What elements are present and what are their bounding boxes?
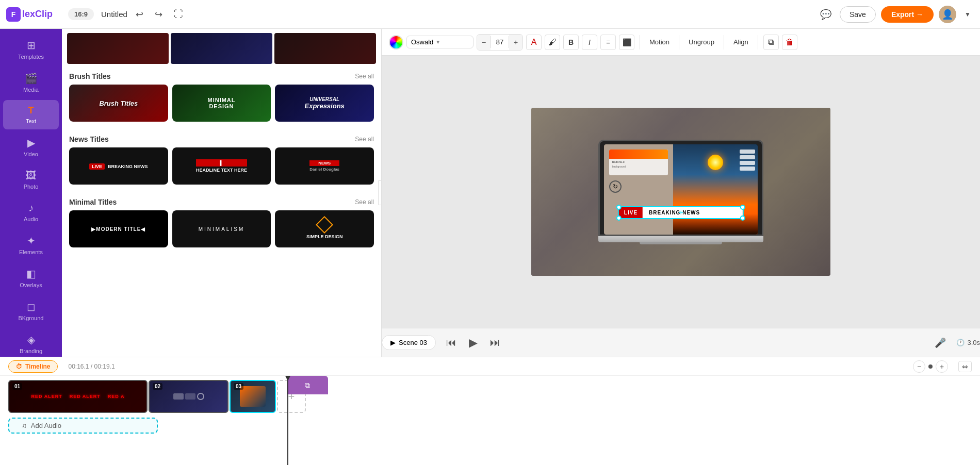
mic-button[interactable]: 🎤: [933, 335, 948, 351]
sidebar-item-audio[interactable]: ♪ Audio: [3, 197, 59, 227]
laptop-screen: ballons.c background ↻: [598, 140, 763, 236]
video-icon: ▶: [27, 137, 35, 149]
sidebar-item-overlays[interactable]: ◧ Overlays: [3, 262, 59, 293]
layers-button[interactable]: ⧉: [763, 35, 779, 50]
timeline-tab[interactable]: ⏱ Timeline: [8, 360, 58, 373]
app-logo: F lexClip: [6, 7, 63, 22]
clip-01[interactable]: 01 RED ALERT RED ALERT RED A: [8, 380, 148, 413]
aspect-ratio-badge[interactable]: 16:9: [68, 8, 94, 20]
elements-icon: ✦: [27, 235, 36, 247]
sidebar-label-text: Text: [26, 118, 36, 124]
line-height-button[interactable]: ≡: [600, 35, 616, 50]
font-select[interactable]: Oswald ▼: [406, 36, 473, 48]
ungroup-label[interactable]: Ungroup: [684, 36, 718, 48]
clip-02[interactable]: 02: [149, 380, 228, 413]
logo-icon: F: [6, 7, 21, 22]
template-minimal-3[interactable]: SIMPLE DESIGN: [275, 210, 374, 247]
template-news-2[interactable]: ▌ HEADLINE TEXT HERE: [172, 147, 271, 185]
text-bg-button[interactable]: ⬛: [619, 35, 634, 50]
clip-floating-panel[interactable]: ⧉: [287, 376, 328, 394]
template-news-3[interactable]: NEWS Daniel Douglas: [275, 147, 374, 185]
text-icon: T: [28, 105, 34, 116]
sidebar-item-branding[interactable]: ◈ Branding: [3, 328, 59, 357]
handle-tl[interactable]: [616, 205, 622, 210]
text-color-button[interactable]: A: [526, 35, 542, 50]
panel-thumb-1: [67, 33, 169, 64]
zoom-in-button[interactable]: +: [936, 360, 948, 373]
brush-titles-header: Brush Titles See all: [62, 66, 381, 85]
scene-selector[interactable]: ▶ Scene 03: [382, 335, 436, 350]
project-title[interactable]: Untitled: [101, 10, 127, 19]
skip-forward-button[interactable]: ⏭: [488, 335, 502, 351]
timeline-expand-button[interactable]: ⇔: [958, 361, 972, 372]
panel-collapse-button[interactable]: ‹: [378, 180, 382, 205]
breaking-news-live-text: LIVE: [619, 207, 643, 218]
template-brush-2[interactable]: MINIMALDESIGN: [172, 85, 271, 122]
align-label[interactable]: Align: [729, 36, 753, 48]
font-size-increase-button[interactable]: +: [509, 35, 522, 50]
toolbar-divider-2: [679, 35, 679, 49]
bold-button[interactable]: B: [563, 35, 579, 50]
audio-icon: ♪: [28, 202, 34, 214]
account-dropdown-button[interactable]: ▼: [961, 8, 974, 21]
export-button[interactable]: Export →: [881, 6, 934, 23]
template-news-2-text: ▌ HEADLINE TEXT HERE: [194, 157, 249, 175]
sidebar-item-elements[interactable]: ✦ Elements: [3, 229, 59, 260]
add-audio-button[interactable]: ♫ Add Audio: [8, 418, 158, 434]
italic-button[interactable]: I: [582, 35, 597, 50]
template-news-1[interactable]: LIVE BREAKING NEWS: [69, 147, 168, 185]
breaking-news-headline-text: BREAKING NEWS: [643, 207, 743, 218]
clip-03[interactable]: 03: [230, 380, 276, 413]
highlight-color-button[interactable]: 🖌: [545, 35, 560, 50]
sidebar-label-templates: Templates: [18, 54, 44, 60]
sidebar-item-video[interactable]: ▶ Video: [3, 131, 59, 162]
color-wheel[interactable]: [389, 35, 403, 49]
motion-label[interactable]: Motion: [645, 36, 674, 48]
fullscreen-button[interactable]: ⛶: [171, 6, 186, 23]
sidebar-item-templates[interactable]: ⊞ Templates: [3, 34, 59, 65]
template-brush-2-text: MINIMALDESIGN: [205, 95, 237, 111]
template-minimal-3-text: SIMPLE DESIGN: [304, 217, 345, 241]
chat-button[interactable]: 💬: [817, 6, 835, 23]
brush-titles-see-all[interactable]: See all: [355, 73, 374, 80]
skip-back-button[interactable]: ⏮: [444, 335, 459, 351]
laptop-screen-inner: ballons.c background ↻: [604, 144, 758, 235]
brush-titles-grid: Brush Titles MINIMALDESIGN UNIVERSALExpr…: [62, 85, 381, 129]
delete-button[interactable]: 🗑: [782, 35, 797, 50]
minimal-titles-see-all[interactable]: See all: [355, 198, 374, 206]
sidebar-item-media[interactable]: 🎬 Media: [3, 67, 59, 98]
text-panel: Brush Titles See all Brush Titles MINIMA…: [62, 29, 382, 357]
save-button[interactable]: Save: [840, 6, 876, 23]
breaking-news-element[interactable]: ✛ LIVE BREAKING NEWS: [618, 206, 744, 219]
timeline-area: ⏱ Timeline 00:16.1 / 00:19.1 − + ⇔ ⧉: [0, 357, 980, 465]
canvas-container[interactable]: ballons.c background ↻: [382, 56, 980, 328]
template-brush-3[interactable]: UNIVERSALExpressions: [275, 85, 374, 122]
template-brush-1[interactable]: Brush Titles: [69, 85, 168, 122]
sidebar-label-overlays: Overlays: [20, 282, 42, 288]
timeline-scrubber[interactable]: [287, 376, 288, 465]
canvas-frame: ballons.c background ↻: [531, 108, 830, 276]
toolbar-divider: [640, 35, 640, 49]
template-minimal-1[interactable]: ▶MODERN TITLE◀: [69, 210, 168, 247]
template-minimal-2[interactable]: MINIMALISM: [172, 210, 271, 247]
play-button[interactable]: ▶: [467, 334, 480, 352]
sidebar-item-bkground[interactable]: ◻ BKground: [3, 295, 59, 326]
copy-icon: ⧉: [305, 381, 310, 390]
news-titles-see-all[interactable]: See all: [355, 136, 374, 143]
sidebar-label-elements: Elements: [19, 249, 43, 255]
sidebar-item-text[interactable]: T Text: [3, 100, 59, 129]
left-sidebar: ⊞ Templates 🎬 Media T Text ▶ Video 🖼 Pho…: [0, 29, 62, 357]
font-dropdown-arrow: ▼: [435, 39, 440, 45]
sidebar-item-photo[interactable]: 🖼 Photo: [3, 164, 59, 195]
font-size-decrease-button[interactable]: −: [477, 35, 491, 50]
redo-button[interactable]: ↪: [152, 6, 166, 23]
zoom-out-button[interactable]: −: [913, 360, 925, 373]
toolbar-divider-3: [724, 35, 724, 49]
font-size-input[interactable]: [491, 36, 509, 48]
sidebar-label-video: Video: [24, 151, 38, 157]
user-avatar[interactable]: 👤: [939, 6, 956, 23]
handle-bl[interactable]: [616, 215, 622, 221]
time-current: 00:16.1: [68, 363, 89, 370]
undo-button[interactable]: ↩: [133, 6, 146, 23]
time-separator: /: [91, 363, 94, 370]
